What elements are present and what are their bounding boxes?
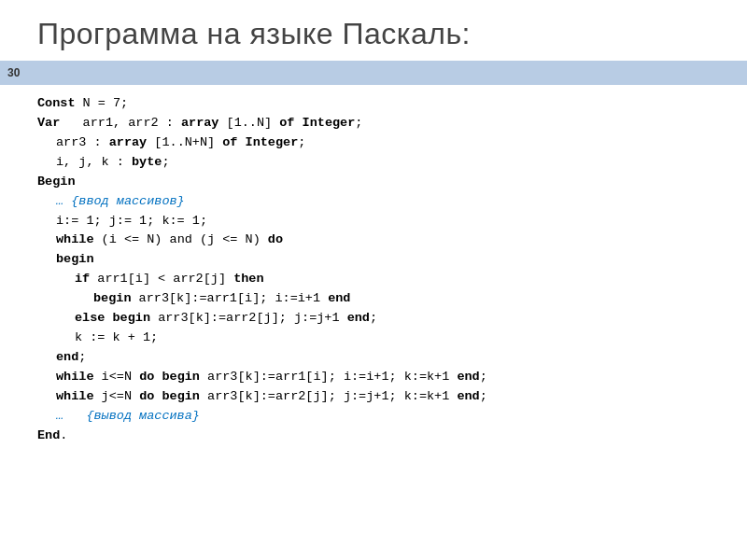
- keyword-of2: of: [222, 135, 237, 149]
- code-line-8: while (i <= N) and (j <= N) do: [37, 231, 710, 250]
- code-area: Const N = 7; Var arr1, arr2 : array [1..…: [0, 85, 747, 455]
- slide-number: 30: [7, 66, 20, 79]
- keyword-end-main: End: [37, 428, 60, 442]
- code-line-4: i, j, k : byte;: [37, 153, 710, 173]
- code-line-11: begin arr3[k]:=arr1[i]; i:=i+1 end: [37, 289, 710, 309]
- code-line-12: else begin arr3[k]:=arr2[j]; j:=j+1 end;: [37, 309, 710, 329]
- keyword-while2: while: [56, 370, 94, 384]
- keyword-end3: end: [56, 350, 78, 364]
- code-line-16: while j<=N do begin arr3[k]:=arr2[j]; j:…: [37, 387, 710, 407]
- code-line-14: end;: [37, 348, 710, 368]
- code-line-1: Const N = 7;: [37, 94, 710, 114]
- keyword-byte: byte: [132, 155, 162, 169]
- code-line-5: Begin: [37, 173, 710, 192]
- keyword-integer1: Integer: [303, 116, 356, 130]
- keyword-begin5: begin: [162, 389, 200, 403]
- keyword-end5: end: [457, 389, 479, 403]
- keyword-array1: array: [181, 116, 219, 130]
- keyword-then: then: [233, 272, 263, 286]
- slide: Программа на языке Паскаль: 30 Const N =…: [0, 0, 747, 560]
- slide-title: Программа на языке Паскаль:: [37, 17, 471, 50]
- code-line-13: k := k + 1;: [37, 329, 710, 348]
- keyword-begin1: begin: [56, 252, 94, 266]
- code-line-15: while i<=N do begin arr3[k]:=arr1[i]; i:…: [37, 368, 710, 387]
- code-line-2: Var arr1, arr2 : array [1..N] of Integer…: [37, 114, 710, 133]
- keyword-integer2: Integer: [246, 135, 299, 149]
- code-line-10: if arr1[i] < arr2[j] then: [37, 270, 710, 289]
- keyword-else: else: [75, 311, 105, 325]
- keyword-begin3: begin: [113, 311, 151, 325]
- keyword-while1: while: [56, 232, 94, 246]
- code-line-7: i:= 1; j:= 1; k:= 1;: [37, 212, 710, 231]
- keyword-if: if: [75, 272, 90, 286]
- code-line-18: End.: [37, 427, 710, 446]
- keyword-array2: array: [109, 135, 148, 149]
- slide-number-bar: 30: [0, 61, 747, 85]
- keyword-const: Const: [37, 96, 76, 110]
- keyword-end2: end: [347, 311, 370, 325]
- keyword-begin2: begin: [93, 291, 132, 305]
- comment-input: … {ввод массивов}: [56, 194, 185, 208]
- keyword-do2: do: [139, 370, 154, 384]
- code-line-6: … {ввод массивов}: [37, 192, 710, 212]
- title-area: Программа на языке Паскаль:: [0, 0, 747, 61]
- keyword-begin4: begin: [162, 370, 200, 384]
- keyword-end4: end: [457, 370, 479, 384]
- keyword-var: Var: [37, 116, 60, 130]
- keyword-begin-main: Begin: [37, 175, 76, 189]
- code-line-3: arr3 : array [1..N+N] of Integer;: [37, 133, 710, 153]
- keyword-while3: while: [56, 389, 94, 403]
- code-line-9: begin: [37, 250, 710, 270]
- keyword-of1: of: [279, 116, 294, 130]
- keyword-do1: do: [268, 232, 283, 246]
- comment-output: … {вывод массива}: [56, 409, 200, 423]
- keyword-do3: do: [139, 389, 154, 403]
- code-line-17: … {вывод массива}: [37, 407, 710, 427]
- keyword-end1: end: [328, 291, 350, 305]
